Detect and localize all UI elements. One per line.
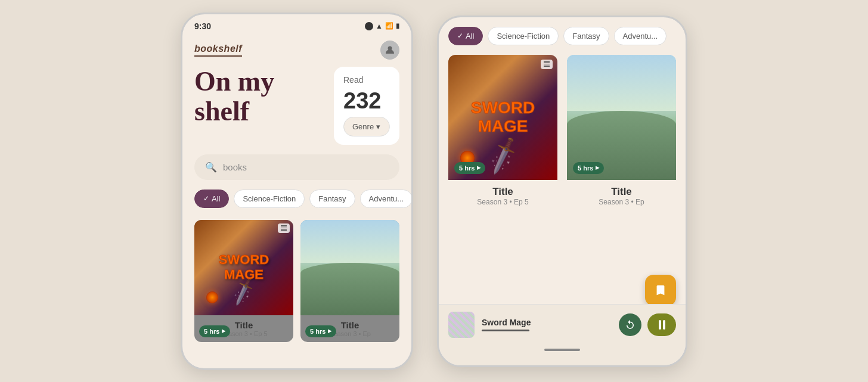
app-logo-left: bookshelf (194, 44, 242, 57)
pause-button[interactable] (647, 313, 676, 336)
status-time-left: 9:30 (194, 21, 211, 31)
status-bar-left: 9:30 ▲ 📶 ▮ (182, 14, 411, 36)
sword-mage-title: SWORDMAGE (219, 253, 269, 281)
sword-orb (206, 291, 218, 303)
book-card-desert-right[interactable]: 5 hrs ▶ Title Season 3 • Ep (567, 55, 676, 212)
search-placeholder: books (223, 162, 247, 172)
chip-adventure-left[interactable]: Adventu... (360, 190, 411, 208)
chevron-down-icon: ▾ (376, 122, 380, 131)
play-icon-2: ▶ (328, 328, 331, 334)
duration-badge-1: 5 hrs ▶ (199, 325, 230, 337)
desert-sky-right (567, 55, 676, 111)
book-info-desert-right: Title Season 3 • Ep (567, 180, 676, 212)
sword-mage-cover-art-right: SWORDMAGE 🗡️ (448, 55, 557, 180)
genre-button[interactable]: Genre ▾ (343, 117, 390, 136)
bookmark-fab[interactable] (645, 275, 676, 306)
duration-badge-right-1: 5 hrs ▶ (454, 162, 485, 174)
book-title-right-1: Title (452, 186, 554, 198)
replay-button[interactable] (619, 313, 641, 336)
chip-adventure-right[interactable]: Adventu... (614, 27, 667, 45)
check-icon-right: ✓ (457, 32, 463, 40)
search-bar[interactable]: 🔍 books (194, 154, 399, 180)
books-grid-left: SWORDMAGE 🗡️ 5 hrs ▶ Title Season 3 • Ep… (182, 215, 411, 342)
home-bar (544, 349, 580, 351)
wifi-icon: ▲ (376, 22, 383, 30)
book-cover-desert-right: 5 hrs ▶ (567, 55, 676, 180)
desert-hills (300, 263, 399, 315)
book-cover-sword-mage: SWORDMAGE 🗡️ 5 hrs ▶ (194, 220, 293, 315)
desert-sky (300, 220, 399, 263)
chip-all-left[interactable]: ✓ All (194, 190, 229, 208)
book-cover-desert: 5 hrs ▶ (300, 220, 399, 315)
pause-icon (659, 320, 665, 330)
sword-mage-cover-art: SWORDMAGE 🗡️ (194, 220, 293, 315)
desert-cover-art (300, 220, 399, 315)
camera-dot (365, 22, 373, 30)
app-header-left: bookshelf (182, 36, 411, 67)
chip-scifi-right[interactable]: Science-Fiction (488, 27, 559, 45)
phone-left: 9:30 ▲ 📶 ▮ bookshelf On my (181, 13, 413, 370)
read-card: Read 232 Genre ▾ (334, 67, 399, 145)
np-title: Sword Mage (482, 318, 612, 327)
scene: 9:30 ▲ 📶 ▮ bookshelf On my (0, 0, 868, 382)
search-icon: 🔍 (205, 162, 217, 173)
chip-scifi-left[interactable]: Science-Fiction (234, 190, 305, 208)
search-container: 🔍 books (182, 145, 411, 190)
chip-all-right[interactable]: ✓ All (448, 27, 483, 45)
hero-section: On my shelf Read 232 Genre ▾ (182, 67, 411, 145)
book-card-sword-mage-right[interactable]: SWORDMAGE 🗡️ 5 hrs ▶ Title Season 3 • Ep… (448, 55, 557, 212)
hero-title-container: On my shelf (194, 67, 327, 127)
book-info-sword-mage-right: Title Season 3 • Ep 5 (448, 180, 557, 212)
read-count: 232 (343, 89, 390, 112)
book-menu-right[interactable] (541, 60, 553, 69)
signal-icon: 📶 (385, 22, 393, 30)
play-icon: ▶ (222, 328, 225, 334)
phone-right: ✓ All Science-Fiction Fantasy Adventu...… (437, 15, 687, 367)
chip-fantasy-right[interactable]: Fantasy (563, 27, 609, 45)
np-cover (448, 312, 475, 338)
filter-chips-right: ✓ All Science-Fiction Fantasy Adventu... (439, 17, 686, 50)
book-subtitle-right-2: Season 3 • Ep (571, 198, 672, 206)
check-icon: ✓ (203, 194, 209, 203)
filter-chips-left: ✓ All Science-Fiction Fantasy Adventu... (182, 190, 411, 215)
book-cover-sword-mage-right: SWORDMAGE 🗡️ 5 hrs ▶ (448, 55, 557, 180)
book-menu-icon[interactable] (278, 223, 290, 233)
battery-icon: ▮ (396, 22, 399, 30)
np-controls (619, 313, 676, 336)
np-info: Sword Mage (482, 318, 612, 331)
books-grid-right: SWORDMAGE 🗡️ 5 hrs ▶ Title Season 3 • Ep… (439, 50, 686, 217)
book-title-right-2: Title (571, 186, 672, 198)
now-playing-bar: Sword Mage (439, 304, 686, 365)
duration-badge-right-2: 5 hrs ▶ (573, 162, 604, 174)
status-icons-left: ▲ 📶 ▮ (365, 22, 399, 30)
book-card-desert-left[interactable]: 5 hrs ▶ Title Season 3 • Ep (300, 220, 399, 342)
np-progress-bar (482, 330, 529, 331)
book-card-sword-mage-left[interactable]: SWORDMAGE 🗡️ 5 hrs ▶ Title Season 3 • Ep… (194, 220, 293, 342)
chip-fantasy-left[interactable]: Fantasy (309, 190, 355, 208)
np-cover-art (448, 312, 475, 338)
home-indicator (448, 343, 676, 353)
sword-mage-title-right: SWORDMAGE (471, 99, 535, 136)
desert-cover-art-right (567, 55, 676, 180)
book-subtitle-right-1: Season 3 • Ep 5 (452, 198, 554, 206)
hero-title: On my shelf (194, 67, 327, 127)
avatar-left[interactable] (380, 41, 399, 60)
sword-icon-right: 🗡️ (482, 135, 524, 176)
read-label: Read (343, 75, 390, 85)
play-icon-right-1: ▶ (477, 165, 480, 170)
now-playing-inner: Sword Mage (448, 312, 676, 338)
play-icon-right-2: ▶ (596, 165, 599, 170)
duration-badge-2: 5 hrs ▶ (305, 325, 336, 337)
